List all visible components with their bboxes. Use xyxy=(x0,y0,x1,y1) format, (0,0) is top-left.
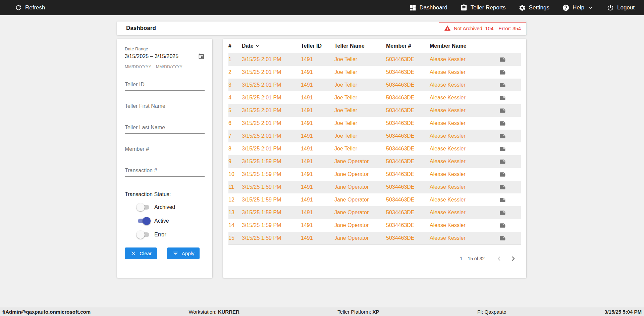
cell-member-num: 5034463DE xyxy=(386,146,430,152)
cell-member-num: 5034463DE xyxy=(386,184,430,190)
topbar-nav: Dashboard Teller Reports Settings Help xyxy=(409,4,635,11)
note-button[interactable] xyxy=(484,82,521,88)
note-icon xyxy=(499,171,506,178)
table-row[interactable]: 113/15/25 1:59 PM1491Jane Operator503446… xyxy=(228,181,521,193)
archived-toggle[interactable] xyxy=(137,203,151,211)
note-button[interactable] xyxy=(484,210,521,216)
table-header-row: # Date Teller ID Teller Name Member # Me… xyxy=(228,39,521,53)
note-button[interactable] xyxy=(484,133,521,139)
cell-teller-id: 1491 xyxy=(301,82,334,88)
row-number: 9 xyxy=(228,159,242,165)
cell-teller-id: 1491 xyxy=(301,69,334,75)
table-row[interactable]: 133/15/25 1:59 PM1491Jane Operator503446… xyxy=(228,206,521,219)
chevron-down-icon xyxy=(587,4,594,11)
transaction-number-input[interactable] xyxy=(125,168,205,174)
clear-button[interactable]: Clear xyxy=(125,247,157,259)
note-button[interactable] xyxy=(484,69,521,76)
cell-member-num: 5034463DE xyxy=(386,133,430,139)
nav-help[interactable]: Help xyxy=(562,4,594,11)
cell-teller-name: Jane Operator xyxy=(334,184,386,190)
cell-teller-id: 1491 xyxy=(301,107,334,114)
table-row[interactable]: 143/15/25 1:59 PM1491Jane Operator503446… xyxy=(228,219,521,232)
member-number-input[interactable] xyxy=(125,146,205,152)
nav-teller-reports[interactable]: Teller Reports xyxy=(460,4,506,11)
next-page-button[interactable] xyxy=(509,254,518,263)
error-toggle-label: Error xyxy=(154,232,166,238)
note-button[interactable] xyxy=(484,95,521,101)
column-header-teller-id[interactable]: Teller ID xyxy=(301,43,334,49)
teller-first-name-field xyxy=(125,103,205,112)
cell-member-num: 5034463DE xyxy=(386,82,430,88)
cell-member-name: Alease Kessler xyxy=(430,210,484,216)
teller-last-name-input[interactable] xyxy=(125,125,205,131)
note-button[interactable] xyxy=(484,197,521,203)
note-button[interactable] xyxy=(484,222,521,229)
date-range-label: Date Range xyxy=(125,46,205,51)
note-button[interactable] xyxy=(484,171,521,178)
teller-id-input[interactable] xyxy=(125,82,205,88)
note-button[interactable] xyxy=(484,184,521,190)
table-row[interactable]: 153/15/25 1:59 PM1491Jane Operator503446… xyxy=(228,232,521,244)
calendar-button[interactable] xyxy=(198,53,205,60)
cell-date: 3/15/25 1:59 PM xyxy=(242,197,301,203)
table-row[interactable]: 43/15/25 2:01 PM1491Joe Teller5034463DEA… xyxy=(228,91,521,104)
filter-panel: Date Range MM/DD/YYYY – MM/DD/YYYY xyxy=(117,39,212,278)
column-header-num[interactable]: # xyxy=(228,43,242,49)
teller-first-name-input[interactable] xyxy=(125,103,205,109)
table-row[interactable]: 123/15/25 1:59 PM1491Jane Operator503446… xyxy=(228,193,521,206)
column-header-teller-name[interactable]: Teller Name xyxy=(334,43,386,49)
table-row[interactable]: 13/15/25 2:01 PM1491Joe Teller5034463DEA… xyxy=(228,53,521,66)
table-row[interactable]: 83/15/25 2:01 PM1491Joe Teller5034463DEA… xyxy=(228,142,521,155)
cell-member-num: 5034463DE xyxy=(386,159,430,165)
previous-page-button[interactable] xyxy=(495,254,503,263)
date-range-field xyxy=(125,51,205,62)
note-icon xyxy=(499,95,506,101)
note-button[interactable] xyxy=(484,56,521,63)
note-icon xyxy=(499,56,506,63)
table-row[interactable]: 73/15/25 2:01 PM1491Joe Teller5034463DEA… xyxy=(228,130,521,142)
cell-member-num: 5034463DE xyxy=(386,210,430,216)
cell-member-num: 5034463DE xyxy=(386,69,430,75)
column-header-member-num[interactable]: Member # xyxy=(386,43,430,49)
table-row[interactable]: 63/15/25 2:01 PM1491Joe Teller5034463DEA… xyxy=(228,117,521,130)
cell-teller-id: 1491 xyxy=(301,197,334,203)
table-row[interactable]: 23/15/25 2:01 PM1491Joe Teller5034463DEA… xyxy=(228,66,521,79)
note-icon xyxy=(499,184,506,190)
active-toggle[interactable] xyxy=(137,217,151,225)
error-toggle[interactable] xyxy=(137,231,151,239)
cell-member-name: Alease Kessler xyxy=(430,133,484,139)
note-button[interactable] xyxy=(484,235,521,241)
date-range-input[interactable] xyxy=(125,53,198,59)
note-button[interactable] xyxy=(484,146,521,152)
column-header-member-name[interactable]: Member Name xyxy=(430,43,484,49)
nav-dashboard[interactable]: Dashboard xyxy=(409,4,447,11)
cell-date: 3/15/25 2:01 PM xyxy=(242,95,301,101)
cell-teller-name: Joe Teller xyxy=(334,95,386,101)
note-button[interactable] xyxy=(484,107,521,114)
filter-icon xyxy=(172,250,179,257)
apply-button[interactable]: Apply xyxy=(167,247,200,259)
close-icon xyxy=(130,250,137,257)
note-button[interactable] xyxy=(484,120,521,127)
alert-badge: Not Archived: 104 Error: 354 xyxy=(439,22,526,34)
row-number: 11 xyxy=(228,184,242,190)
status-bar: fiAdmin@qaxpauto.onmicrosoft.com Worksta… xyxy=(0,307,644,316)
refresh-button[interactable]: Refresh xyxy=(15,4,45,11)
nav-logout[interactable]: Logout xyxy=(607,4,635,11)
cell-teller-name: Jane Operator xyxy=(334,159,386,165)
note-button[interactable] xyxy=(484,159,521,165)
table-row[interactable]: 53/15/25 2:01 PM1491Joe Teller5034463DEA… xyxy=(228,104,521,117)
workstation-value: KURRER xyxy=(218,309,239,315)
cell-member-name: Alease Kessler xyxy=(430,56,484,62)
active-toggle-row: Active xyxy=(137,217,205,225)
cell-teller-name: Joe Teller xyxy=(334,107,386,114)
column-header-date[interactable]: Date xyxy=(242,43,301,49)
table-row[interactable]: 33/15/25 2:01 PM1491Joe Teller5034463DEA… xyxy=(228,79,521,91)
table-row[interactable]: 103/15/25 1:59 PM1491Jane Operator503446… xyxy=(228,168,521,181)
cell-date: 3/15/25 2:01 PM xyxy=(242,69,301,75)
nav-settings[interactable]: Settings xyxy=(519,4,549,11)
table-row[interactable]: 93/15/25 1:59 PM1491Jane Operator5034463… xyxy=(228,155,521,168)
note-icon xyxy=(499,210,506,216)
help-icon xyxy=(562,4,570,11)
cell-teller-name: Joe Teller xyxy=(334,56,386,62)
